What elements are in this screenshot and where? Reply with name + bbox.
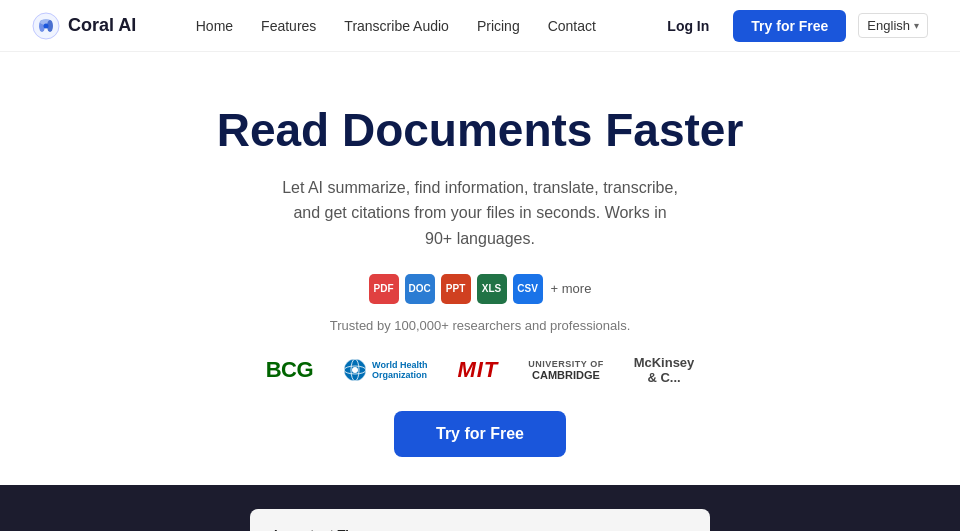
chevron-down-icon: ▾ — [914, 20, 919, 31]
nav-transcribe[interactable]: Transcribe Audio — [344, 18, 449, 34]
hero-section: Read Documents Faster Let AI summarize, … — [0, 52, 960, 457]
language-label: English — [867, 18, 910, 33]
plus-more-label: + more — [551, 281, 592, 296]
logos-row: BCG World Health Organization MIT UNIVER… — [266, 355, 695, 385]
logo-text: Coral AI — [68, 15, 136, 36]
nav-links: Home Features Transcribe Audio Pricing C… — [196, 18, 596, 34]
docx-icon: DOC — [405, 274, 435, 304]
trusted-text: Trusted by 100,000+ researchers and prof… — [330, 318, 631, 333]
pptx-icon: PPT — [441, 274, 471, 304]
pdf-icon: PDF — [369, 274, 399, 304]
hero-title: Read Documents Faster — [217, 104, 744, 157]
demo-card-title: Important Tips — [274, 527, 686, 531]
svg-point-8 — [352, 367, 358, 373]
file-icons-row: PDF DOC PPT XLS CSV + more — [369, 274, 592, 304]
demo-card: Important Tips To ask a follow-up questi… — [250, 509, 710, 531]
mckinsey-logo: McKinsey& C... — [634, 355, 695, 385]
login-button[interactable]: Log In — [655, 12, 721, 40]
nav-home[interactable]: Home — [196, 18, 233, 34]
hero-subtitle: Let AI summarize, find information, tran… — [280, 175, 680, 252]
logo[interactable]: Coral AI — [32, 12, 136, 40]
nav-contact[interactable]: Contact — [548, 18, 596, 34]
navbar: Coral AI Home Features Transcribe Audio … — [0, 0, 960, 52]
svg-point-4 — [44, 23, 49, 28]
xlsx-icon: XLS — [477, 274, 507, 304]
bcg-logo: BCG — [266, 357, 313, 383]
demo-section: Important Tips To ask a follow-up questi… — [0, 485, 960, 531]
mit-logo: MIT — [457, 357, 498, 383]
nav-features[interactable]: Features — [261, 18, 316, 34]
language-selector[interactable]: English ▾ — [858, 13, 928, 38]
csv-icon: CSV — [513, 274, 543, 304]
try-for-free-button-nav[interactable]: Try for Free — [733, 10, 846, 42]
who-emblem-icon — [343, 358, 367, 382]
coral-ai-logo-icon — [32, 12, 60, 40]
nav-pricing[interactable]: Pricing — [477, 18, 520, 34]
nav-right: Log In Try for Free English ▾ — [655, 10, 928, 42]
cambridge-logo: UNIVERSITY OF CAMBRIDGE — [528, 359, 603, 381]
who-logo: World Health Organization — [343, 358, 427, 382]
try-for-free-button-hero[interactable]: Try for Free — [394, 411, 566, 457]
